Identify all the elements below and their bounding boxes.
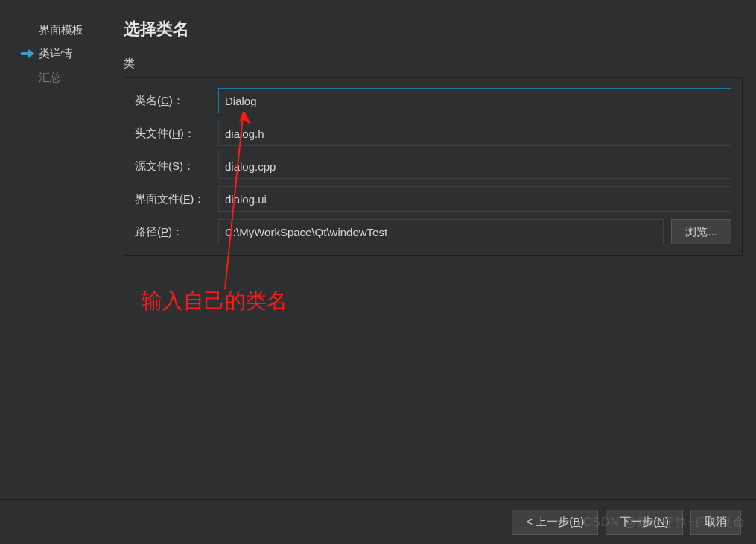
back-button[interactable]: < 上一步(B) (512, 510, 598, 535)
header-file-input[interactable] (218, 121, 731, 146)
form-file-label: 界面文件(F)： (135, 192, 218, 206)
group-label: 类 (124, 57, 743, 71)
wizard-footer: < 上一步(B) 下一步(N) 取消 (0, 499, 756, 544)
class-name-input[interactable] (218, 88, 731, 113)
form-file-input[interactable] (218, 186, 731, 212)
header-file-label: 头文件(H)： (135, 127, 218, 141)
step-interface-template[interactable]: 界面模板 (21, 18, 116, 42)
class-name-label: 类名(C)： (135, 94, 218, 108)
browse-button[interactable]: 浏览... (671, 219, 731, 244)
next-button[interactable]: 下一步(N) (606, 510, 683, 535)
path-input[interactable] (218, 219, 664, 244)
source-file-input[interactable] (218, 154, 731, 179)
class-group: 类名(C)： 头文件(H)： 源文件(S)： 界面文件(F)： (124, 77, 743, 256)
step-summary[interactable]: 汇总 (21, 66, 116, 89)
step-label: 汇总 (39, 71, 61, 85)
step-label: 界面模板 (39, 23, 83, 37)
page-title: 选择类名 (124, 18, 743, 40)
wizard-sidebar: 界面模板 类详情 汇总 (21, 18, 116, 484)
step-class-details[interactable]: 类详情 (21, 42, 116, 66)
arrow-right-icon (21, 49, 39, 58)
path-label: 路径(P)： (135, 225, 218, 239)
source-file-label: 源文件(S)： (135, 159, 218, 174)
step-label: 类详情 (39, 47, 72, 61)
cancel-button[interactable]: 取消 (690, 510, 741, 535)
